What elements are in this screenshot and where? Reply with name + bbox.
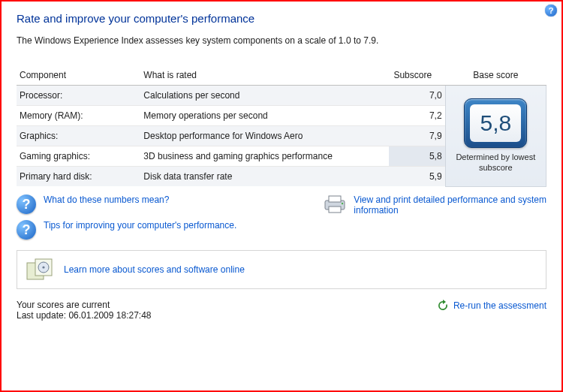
table-row: Processor: Calculations per second 7,0 5… <box>17 86 546 106</box>
cell-component: Graphics: <box>17 126 140 146</box>
col-component: Component <box>17 65 140 86</box>
cell-subscore: 7,2 <box>389 106 445 126</box>
base-score-caption: Determined by lowest subscore <box>449 152 543 173</box>
cell-component: Gaming graphics: <box>17 146 140 167</box>
scores-current-label: Your scores are current <box>17 300 152 310</box>
col-base: Base score <box>445 65 546 86</box>
page-subtitle: The Windows Experience Index assesses ke… <box>17 35 546 46</box>
software-box-icon <box>26 258 53 281</box>
cell-subscore: 5,8 <box>389 146 445 167</box>
learn-more-box: Learn more about scores and software onl… <box>17 250 546 289</box>
footer-row: Your scores are current Last update: 06.… <box>17 300 546 321</box>
footer-left: Your scores are current Last update: 06.… <box>17 300 152 321</box>
cell-rated: Disk data transfer rate <box>140 167 389 187</box>
cell-subscore: 5,9 <box>389 167 445 187</box>
rerun-assessment-link[interactable]: Re-run the assessment <box>453 300 546 311</box>
cell-component: Memory (RAM): <box>17 106 140 126</box>
svg-rect-1 <box>329 196 341 202</box>
wei-table: Component What is rated Subscore Base sc… <box>17 65 546 187</box>
help-icon[interactable]: ? <box>545 5 557 17</box>
cell-rated: 3D business and gaming graphics performa… <box>140 146 389 167</box>
cell-subscore: 7,0 <box>389 86 445 106</box>
printer-icon <box>322 194 348 246</box>
refresh-icon <box>437 300 449 312</box>
col-rated: What is rated <box>140 65 389 86</box>
cell-rated: Memory operations per second <box>140 106 389 126</box>
page-title: Rate and improve your computer's perform… <box>17 12 546 25</box>
link-numbers-mean-anchor[interactable]: What do these numbers mean? <box>44 194 169 205</box>
base-score-cell: 5,8 Determined by lowest subscore <box>445 86 546 187</box>
col-subscore: Subscore <box>389 65 445 86</box>
svg-point-3 <box>342 202 343 204</box>
cell-rated: Calculations per second <box>140 86 389 106</box>
base-score-badge: 5,8 <box>464 98 527 148</box>
base-score-value: 5,8 <box>470 104 521 142</box>
links-left-col: ? What do these numbers mean? ? Tips for… <box>17 194 313 246</box>
link-numbers-mean: ? What do these numbers mean? <box>17 194 313 214</box>
links-right-col: View and print detailed performance and … <box>322 194 546 246</box>
last-update-label: Last update: 06.01.2009 18:27:48 <box>17 310 152 321</box>
cell-rated: Desktop performance for Windows Aero <box>140 126 389 146</box>
question-icon: ? <box>17 220 36 240</box>
links-row: ? What do these numbers mean? ? Tips for… <box>17 194 546 246</box>
svg-point-7 <box>42 266 44 268</box>
link-tips: ? Tips for improving your computer's per… <box>17 220 313 240</box>
link-view-print-anchor[interactable]: View and print detailed performance and … <box>354 194 546 246</box>
cell-component: Primary hard disk: <box>17 167 140 187</box>
wei-window: ? Rate and improve your computer's perfo… <box>0 0 563 392</box>
link-tips-anchor[interactable]: Tips for improving your computer's perfo… <box>44 220 236 231</box>
footer-right: Re-run the assessment <box>437 300 546 312</box>
svg-rect-2 <box>329 207 341 213</box>
link-learn-more-anchor[interactable]: Learn more about scores and software onl… <box>64 264 245 275</box>
question-icon: ? <box>17 194 36 214</box>
cell-subscore: 7,9 <box>389 126 445 146</box>
cell-component: Processor: <box>17 86 140 106</box>
